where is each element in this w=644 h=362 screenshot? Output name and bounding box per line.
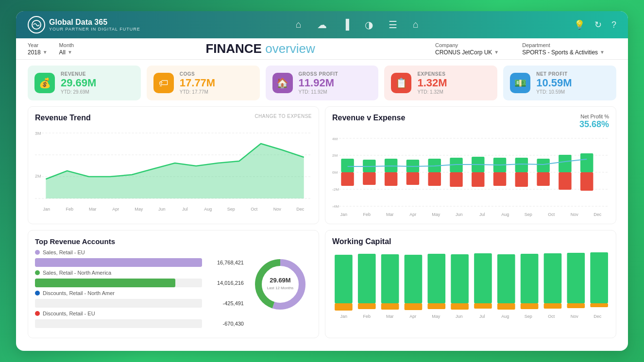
cogs-name: COGS: [180, 71, 215, 77]
svg-rect-62: [521, 254, 539, 303]
netprofit-icon: 💵: [510, 73, 530, 93]
department-label: Department: [522, 42, 605, 48]
svg-rect-58: [474, 253, 492, 303]
logo-icon: [28, 16, 45, 33]
svg-rect-66: [567, 253, 585, 303]
value-disc-eu: -670,430: [205, 321, 244, 327]
rev-exp-x-labels: Jan Feb Mar Apr May Jun Jul Aug Sep Oct …: [332, 211, 609, 217]
revenue-icon: 💰: [34, 73, 55, 93]
company-label: Company: [435, 42, 499, 48]
svg-rect-46: [335, 255, 353, 303]
svg-rect-69: [590, 303, 608, 307]
expenses-info: EXPENSES 1.32M YTD: 1.32M: [417, 71, 447, 95]
bank-icon[interactable]: ⌂: [413, 19, 419, 31]
svg-text:Last 12 Months: Last 12 Months: [267, 286, 294, 290]
svg-rect-54: [427, 254, 445, 303]
year-select[interactable]: 2018 ▼: [28, 49, 48, 56]
value-sales-eu: 16,768,421: [205, 260, 244, 265]
home-icon[interactable]: ⌂: [296, 19, 302, 31]
department-select[interactable]: SPORTS - Sports & Activities ▼: [522, 49, 605, 56]
pie-chart-icon[interactable]: ◑: [365, 19, 373, 31]
svg-rect-61: [497, 303, 515, 310]
svg-rect-51: [381, 303, 399, 310]
kpi-row: 💰 REVENUE 29.69M YTD: 29.69M 🏷 COGS 17.7…: [16, 60, 628, 106]
svg-rect-37: [493, 172, 506, 186]
month-select[interactable]: All ▼: [59, 49, 74, 56]
net-profit-value: 35.68%: [579, 119, 609, 129]
svg-rect-39: [537, 172, 549, 186]
top-accounts-panel: Top Revenue Accounts Sales, Retail - EU …: [28, 230, 319, 338]
kpi-netprofit[interactable]: 💵 NET PROFIT 10.59M YTD: 10.59M: [503, 66, 616, 100]
cogs-icon: 🏷: [153, 73, 174, 93]
document-icon[interactable]: ☰: [389, 19, 397, 31]
bar-container-4: [35, 319, 202, 328]
refresh-icon[interactable]: ↻: [594, 19, 602, 30]
revenue-ytd: YTD: 29.69M: [61, 89, 96, 95]
revenue-info: REVENUE 29.69M YTD: 29.69M: [61, 71, 96, 95]
help-icon[interactable]: ?: [611, 20, 616, 30]
svg-rect-60: [497, 254, 515, 303]
filter-year: Year 2018 ▼: [28, 42, 48, 56]
bar-row-2: 14,016,216: [35, 279, 244, 287]
working-capital-title: Working Capital: [332, 237, 609, 246]
svg-rect-68: [590, 252, 608, 303]
revenue-trend-chart: 3M 2M: [35, 128, 312, 206]
accounts-list: Top Revenue Accounts Sales, Retail - EU …: [35, 237, 244, 331]
svg-rect-28: [559, 155, 571, 172]
kpi-expenses[interactable]: 📋 EXPENSES 1.32M YTD: 1.32M: [384, 66, 497, 100]
change-to-expense-link[interactable]: CHANGE TO EXPENSE: [254, 114, 312, 119]
value-sales-na: 14,016,216: [205, 280, 244, 286]
svg-rect-31: [363, 172, 375, 185]
svg-rect-32: [385, 172, 397, 186]
svg-text:0M: 0M: [332, 170, 338, 175]
svg-rect-47: [335, 303, 353, 311]
svg-rect-18: [341, 159, 354, 172]
cogs-info: COGS 17.77M YTD: 17.77M: [180, 71, 215, 95]
rev-exp-panel: Revenue v Expense Net Profit % 35.68% 4M…: [325, 106, 616, 224]
filter-bar: Year 2018 ▼ Month All ▼ FINANCE overview…: [16, 38, 628, 60]
netprofit-ytd: YTD: 10.59M: [536, 89, 572, 95]
kpi-gross[interactable]: 🏠 GROSS PROFIT 11.92M YTD: 11.92M: [266, 66, 379, 100]
kpi-cogs[interactable]: 🏷 COGS 17.77M YTD: 17.77M: [147, 66, 260, 100]
kpi-revenue[interactable]: 💰 REVENUE 29.69M YTD: 29.69M: [28, 66, 141, 100]
svg-text:4M: 4M: [332, 137, 338, 141]
netprofit-value: 10.59M: [536, 77, 572, 89]
cogs-ytd: YTD: 17.77M: [180, 89, 215, 95]
svg-rect-49: [358, 303, 376, 309]
value-disc-na: -425,491: [205, 300, 244, 306]
bar-container-3: [35, 299, 202, 308]
page-title: FINANCE overview: [85, 41, 435, 56]
revenue-value: 29.69M: [61, 77, 96, 89]
svg-rect-40: [559, 172, 571, 190]
dot-sales-eu: [35, 250, 40, 255]
company-select[interactable]: CRONUS JetCorp UK ▼: [435, 49, 499, 56]
bar-chart-icon[interactable]: ▐: [342, 19, 349, 31]
svg-text:2M: 2M: [332, 153, 338, 158]
revenue-trend-title: Revenue Trend: [35, 114, 91, 122]
name-disc-eu: Discounts, Retail - EU: [43, 311, 244, 316]
dot-disc-eu: [35, 311, 40, 316]
svg-text:29.69M: 29.69M: [270, 277, 290, 284]
revenue-trend-panel: Revenue Trend CHANGE TO EXPENSE 3M 2M: [28, 106, 319, 224]
cloud-icon[interactable]: ☁: [317, 19, 327, 31]
logo-text: Global Data 365 YOUR PARTNER IN DIGITAL …: [49, 18, 140, 32]
svg-rect-30: [341, 172, 354, 186]
nav-icons: ⌂ ☁ ▐ ◑ ☰ ⌂: [140, 19, 574, 31]
dot-disc-na: [35, 291, 40, 296]
working-capital-panel: Working Capital: [325, 230, 616, 338]
department-arrow: ▼: [600, 49, 605, 55]
logo-area: Global Data 365 YOUR PARTNER IN DIGITAL …: [28, 16, 140, 33]
year-arrow: ▼: [43, 49, 48, 55]
month-arrow: ▼: [68, 49, 72, 55]
cogs-value: 17.77M: [180, 77, 215, 89]
svg-rect-57: [451, 303, 469, 310]
revenue-name: REVENUE: [61, 71, 96, 77]
svg-rect-48: [358, 254, 376, 303]
bar-container-2: [35, 279, 202, 287]
filter-right: Company CRONUS JetCorp UK ▼ Department S…: [435, 42, 616, 56]
lightbulb-icon[interactable]: 💡: [574, 19, 585, 30]
net-profit-badge: Net Profit % 35.68%: [579, 114, 609, 130]
rev-exp-svg: 4M 2M 0M -2M -4M: [332, 133, 609, 211]
charts-row: Revenue Trend CHANGE TO EXPENSE 3M 2M: [16, 106, 628, 230]
filter-department: Department SPORTS - Sports & Activities …: [522, 42, 605, 56]
